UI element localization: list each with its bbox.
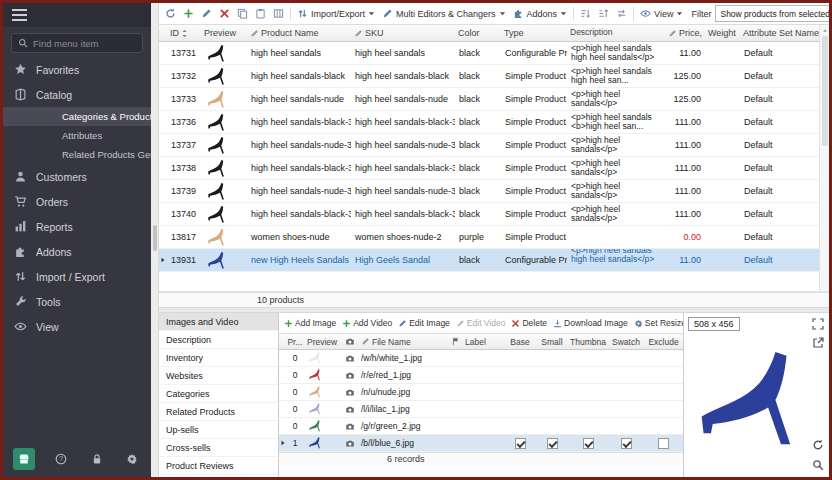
paste-button[interactable] — [252, 6, 269, 21]
col-id[interactable]: ID — [167, 25, 201, 41]
col-product-name[interactable]: Product Name — [247, 25, 351, 41]
image-row[interactable]: 0 /n/u/nude.jpg — [279, 384, 683, 401]
image-row[interactable]: 0 /g/r/green_2.jpg — [279, 418, 683, 435]
sidebar-item-related-products-generator[interactable]: Related Products Generator — [3, 145, 151, 164]
swap-columns-button[interactable] — [613, 6, 630, 21]
product-row[interactable]: 13740 high heel sandals-black-38 high he… — [159, 203, 819, 226]
sidebar-item-catalog[interactable]: Catalog — [3, 82, 151, 107]
store-button[interactable] — [13, 448, 35, 470]
fullscreen-button[interactable] — [810, 316, 826, 332]
image-row[interactable]: 0 /r/e/red_1.jpg — [279, 367, 683, 384]
sidebar-item-orders[interactable]: Orders — [3, 189, 151, 214]
addons-menu[interactable]: Addons — [510, 6, 571, 21]
add-image-button[interactable]: Add Image — [281, 317, 339, 329]
sort-desc-button[interactable] — [595, 6, 612, 21]
sidebar-item-import-export[interactable]: Import / Export — [3, 264, 151, 289]
col-sku[interactable]: SKU — [351, 25, 455, 41]
product-row[interactable]: 13817 women shoes-nude women shoes-nude-… — [159, 226, 819, 249]
col-file-name[interactable]: File Name — [358, 334, 450, 349]
product-row[interactable]: 13737 high heel sandals-nude-36 high hee… — [159, 134, 819, 157]
image-row[interactable]: 1 /b/l/blue_6.jpg — [279, 435, 683, 452]
col-flag[interactable] — [450, 334, 462, 349]
col-color[interactable]: Color — [455, 25, 501, 41]
scrollbar-thumb[interactable] — [822, 36, 828, 146]
hamburger-menu-icon[interactable] — [12, 6, 27, 24]
menu-search-input[interactable] — [33, 38, 136, 49]
splitter-grip[interactable] — [153, 225, 157, 251]
import-export-menu[interactable]: Import/Export — [294, 6, 378, 21]
small-checkbox[interactable] — [547, 438, 558, 449]
copy-button[interactable] — [234, 6, 251, 21]
col-thumbnail[interactable]: Thumbna — [568, 334, 608, 349]
tab-inventory[interactable]: Inventory — [159, 349, 278, 367]
tab-product-reviews[interactable]: Product Reviews — [159, 457, 278, 475]
col-small[interactable]: Small — [536, 334, 568, 349]
col-position[interactable]: Pr... — [286, 334, 304, 349]
edit-product-button[interactable] — [198, 6, 215, 21]
col-base[interactable]: Base — [504, 334, 536, 349]
tab-websites[interactable]: Websites — [159, 367, 278, 385]
refresh-preview-button[interactable] — [810, 437, 826, 453]
set-resize-rule-button[interactable]: Set Resize Rule — [631, 317, 683, 329]
settings-button[interactable] — [123, 450, 141, 468]
sidebar-item-view[interactable]: View — [3, 314, 151, 339]
col-price[interactable]: Price, — [665, 25, 705, 41]
vertical-scrollbar[interactable] — [819, 25, 829, 291]
add-video-button[interactable]: Add Video — [339, 317, 395, 329]
product-row[interactable]: 13733 high heel sandals-nude high heel s… — [159, 88, 819, 111]
download-image-button[interactable]: Download Image — [550, 317, 631, 329]
product-row[interactable]: 13738 high heel sandals-black-37 high he… — [159, 157, 819, 180]
refresh-button[interactable] — [162, 6, 179, 21]
sidebar-item-tools[interactable]: Tools — [3, 289, 151, 314]
tab-categories[interactable]: Categories — [159, 385, 278, 403]
multi-editors-menu[interactable]: Multi Editors & Changers — [379, 6, 509, 21]
zoom-button[interactable] — [810, 457, 826, 473]
col-exclude[interactable]: Exclude — [644, 334, 683, 349]
sidebar-item-categories-products[interactable]: Categories & Products — [3, 107, 151, 126]
lock-button[interactable] — [88, 450, 106, 468]
product-row[interactable]: 13739 high heel sandals-nude-37 high hee… — [159, 180, 819, 203]
col-description[interactable]: Description — [567, 25, 665, 41]
sidebar-item-reports[interactable]: Reports — [3, 214, 151, 239]
tab-cross-sells[interactable]: Cross-sells — [159, 439, 278, 457]
sidebar-item-attributes[interactable]: Attributes — [3, 126, 151, 145]
col-camera[interactable] — [342, 334, 358, 349]
sort-asc-button[interactable] — [577, 6, 594, 21]
category-filter-select[interactable]: Show products from selected categories — [715, 5, 829, 22]
delete-image-button[interactable]: Delete — [508, 317, 550, 329]
product-row[interactable]: 13732 high heel sandals-black high heel … — [159, 65, 819, 88]
tab-up-sells[interactable]: Up-sells — [159, 421, 278, 439]
product-row[interactable]: 13931 new High Heels Sandals High Geels … — [159, 249, 819, 272]
edit-image-button[interactable]: Edit Image — [395, 317, 453, 329]
exclude-checkbox[interactable] — [658, 438, 669, 449]
tab-related-products[interactable]: Related Products — [159, 403, 278, 421]
product-row[interactable]: 13731 high heel sandals high heel sandal… — [159, 42, 819, 65]
col-preview[interactable]: Preview — [201, 25, 247, 41]
sidebar-item-customers[interactable]: Customers — [3, 164, 151, 189]
col-type[interactable]: Type — [501, 25, 567, 41]
image-row[interactable]: 0 /l/i/lilac_1.jpg — [279, 401, 683, 418]
swatch-checkbox[interactable] — [621, 438, 632, 449]
open-external-button[interactable] — [810, 335, 826, 351]
delete-product-button[interactable] — [216, 6, 233, 21]
edit-video-button[interactable]: Edit Video — [453, 317, 509, 329]
product-row[interactable]: 13736 high heel sandals-black-36 high he… — [159, 111, 819, 134]
col-weight[interactable]: Weight — [705, 25, 740, 41]
tab-description[interactable]: Description — [159, 331, 278, 349]
view-menu-button[interactable]: View — [637, 6, 686, 21]
sidebar-item-addons[interactable]: Addons — [3, 239, 151, 264]
thumbnail-checkbox[interactable] — [583, 438, 594, 449]
sidebar-item-favorites[interactable]: Favorites — [3, 57, 151, 82]
base-checkbox[interactable] — [515, 438, 526, 449]
sidebar-splitter[interactable] — [151, 3, 159, 477]
col-label[interactable]: Label — [462, 334, 504, 349]
add-product-button[interactable] — [180, 6, 197, 21]
columns-button[interactable] — [270, 6, 287, 21]
col-swatch[interactable]: Swatch — [608, 334, 644, 349]
image-row[interactable]: 0 /w/h/white_1.jpg — [279, 350, 683, 367]
help-button[interactable]: ? — [52, 450, 70, 468]
col-preview[interactable]: Preview — [304, 334, 342, 349]
scroll-up-icon[interactable] — [822, 28, 828, 33]
tab-images-and-video[interactable]: Images and Video — [159, 313, 278, 331]
col-attribute-set[interactable]: Attribute Set Name — [740, 25, 819, 41]
